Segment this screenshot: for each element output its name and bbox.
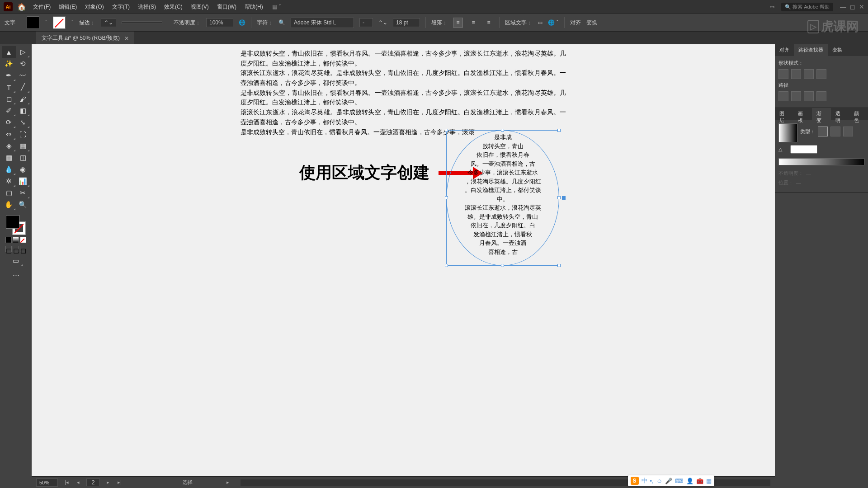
scale-tool[interactable]: ⤡ xyxy=(16,117,30,128)
first-artboard-icon[interactable]: |◂ xyxy=(63,479,70,485)
tab-close-icon[interactable]: ✕ xyxy=(124,35,129,42)
panel-tab-transparency[interactable]: 透明 xyxy=(831,108,849,120)
align-right-icon[interactable]: ≡ xyxy=(484,18,494,28)
body-text-frame[interactable]: 是非成败转头空，青山依旧在，惯看秋月春风。一壶浊酒喜相逢，古今多少事，滚滚长江东… xyxy=(241,49,566,137)
free-transform-tool[interactable]: ⛶ xyxy=(16,128,30,140)
ime-keyboard-icon[interactable]: ⌨ xyxy=(675,478,684,484)
canvas[interactable]: 是非成败转头空，青山依旧在，惯看秋月春风。一壶浊酒喜相逢，古今多少事，滚滚长江东… xyxy=(32,44,775,476)
curvature-tool[interactable]: 〰 xyxy=(16,70,30,81)
pf-crop-icon[interactable] xyxy=(816,91,826,101)
pf-divide-icon[interactable] xyxy=(778,91,788,101)
make-envelope-icon[interactable]: 🌐 ˅ xyxy=(548,19,559,26)
direct-selection-tool[interactable]: ▷ xyxy=(16,46,30,58)
menu-type[interactable]: 文字(T) xyxy=(112,3,130,11)
panel-tab-align[interactable]: 对齐 xyxy=(775,44,794,56)
hand-tool[interactable]: ✋ xyxy=(2,199,16,211)
align-left-icon[interactable]: ≡ xyxy=(453,18,463,28)
close-icon[interactable]: ✕ xyxy=(859,3,864,10)
screen-mode-btn[interactable]: ▭ xyxy=(9,255,23,267)
zoom-tool[interactable]: 🔍 xyxy=(16,199,30,211)
ime-mic-icon[interactable]: 🎤 xyxy=(665,478,672,484)
column-graph-tool[interactable]: 📊 xyxy=(16,175,30,187)
fill-color-box[interactable] xyxy=(6,215,19,229)
symbol-sprayer-tool[interactable]: ✲ xyxy=(2,175,16,187)
document-tab[interactable]: 文字工具.ai* @ 50% (RGB/预览) ✕ xyxy=(36,32,134,44)
eyedropper-tool[interactable]: 💧 xyxy=(2,164,16,175)
blend-tool[interactable]: ◉ xyxy=(16,164,30,175)
maximize-icon[interactable]: ◻ xyxy=(850,3,855,10)
rectangle-tool[interactable]: ◻ xyxy=(2,93,16,105)
linear-gradient-icon[interactable] xyxy=(818,127,828,136)
gradient-mode-btn[interactable] xyxy=(13,237,19,243)
panel-tab-pathfinder[interactable]: 路径查找器 xyxy=(794,44,828,56)
fill-stroke-control[interactable] xyxy=(6,215,26,235)
minimize-icon[interactable]: — xyxy=(840,3,846,10)
recolor-icon[interactable]: 🌐 xyxy=(239,19,245,26)
gradient-preview[interactable] xyxy=(778,123,797,142)
width-tool[interactable]: ⇔ xyxy=(2,128,16,140)
panel-tab-layers[interactable]: 图层 xyxy=(775,108,793,120)
mesh-tool[interactable]: ▦ xyxy=(2,152,16,164)
selection-handle[interactable] xyxy=(501,264,504,267)
magic-wand-tool[interactable]: ✨ xyxy=(2,58,16,70)
font-search-icon[interactable]: 🔍 xyxy=(278,19,285,26)
draw-behind-btn[interactable]: ◻ xyxy=(13,246,19,252)
color-mode-btn[interactable] xyxy=(5,237,12,243)
freeform-gradient-icon[interactable] xyxy=(843,127,853,136)
align-center-icon[interactable]: ≡ xyxy=(468,18,478,28)
ime-toolbar[interactable]: S 中 •, ☺ 🎤 ⌨ 👤 🧰 ▦ xyxy=(628,475,714,486)
areatype-options-icon[interactable]: ▭ xyxy=(538,19,542,26)
prev-artboard-icon[interactable]: ◂ xyxy=(75,479,81,485)
font-style-dropdown[interactable]: - xyxy=(359,18,373,27)
shapemode-minusfront-icon[interactable] xyxy=(791,69,801,79)
menu-edit[interactable]: 编辑(E) xyxy=(59,3,77,11)
home-icon[interactable]: 🏠 xyxy=(17,3,26,11)
arrange-documents-icon[interactable]: ▭ xyxy=(769,4,774,10)
font-size-dropdown[interactable]: 18 pt xyxy=(393,18,420,27)
workspace-switcher-icon[interactable]: ▦ ˅ xyxy=(272,4,281,10)
ime-emoji-icon[interactable]: ☺ xyxy=(656,478,662,484)
selection-handle[interactable] xyxy=(557,196,561,199)
ime-lang-btn[interactable]: 中 xyxy=(642,477,647,485)
radial-gradient-icon[interactable] xyxy=(830,127,840,136)
menu-file[interactable]: 文件(F) xyxy=(33,3,51,11)
type-tool[interactable]: T xyxy=(2,81,16,93)
stroke-swatch[interactable] xyxy=(53,16,66,29)
text-out-port[interactable] xyxy=(562,196,566,200)
shape-builder-tool[interactable]: ◈ xyxy=(2,140,16,152)
help-search[interactable]: 🔍 搜索 Adobe 帮助 xyxy=(781,3,833,11)
last-artboard-icon[interactable]: ▸| xyxy=(116,479,123,485)
paintbrush-tool[interactable]: 🖌 xyxy=(16,93,30,105)
area-type-object[interactable]: 是非成败转头空，青山依旧在，惯看秋月春风。一壶浊酒喜相逢，古今多少事，滚滚长江东… xyxy=(446,130,559,266)
shapemode-intersect-icon[interactable] xyxy=(804,69,814,79)
rotate-tool[interactable]: ⟳ xyxy=(2,117,16,128)
line-tool[interactable]: ╱ xyxy=(16,81,30,93)
selection-handle[interactable] xyxy=(557,264,561,267)
transform-link[interactable]: 变换 xyxy=(586,19,597,27)
fill-swatch[interactable] xyxy=(27,16,39,29)
stroke-profile-dropdown[interactable] xyxy=(122,21,162,24)
panel-tab-gradient[interactable]: 渐变 xyxy=(812,108,830,120)
status-play-icon[interactable]: ▸ xyxy=(225,479,231,485)
ime-toolbox-icon[interactable]: 🧰 xyxy=(696,478,703,484)
shaper-tool[interactable]: ✐ xyxy=(2,105,16,117)
selection-tool[interactable]: ▲ xyxy=(2,46,16,58)
shapemode-unite-icon[interactable] xyxy=(778,69,788,79)
slice-tool[interactable]: ✂ xyxy=(16,187,30,199)
pen-tool[interactable]: ✒ xyxy=(2,70,16,81)
zoom-dropdown[interactable]: 50% xyxy=(36,479,58,487)
none-mode-btn[interactable] xyxy=(20,237,26,243)
draw-normal-btn[interactable]: ◻ xyxy=(5,246,12,252)
ime-user-icon[interactable]: 👤 xyxy=(686,478,693,484)
panel-tab-color[interactable]: 颜色 xyxy=(849,108,868,120)
panel-tab-artboards[interactable]: 画板 xyxy=(793,108,812,120)
menu-window[interactable]: 窗口(W) xyxy=(217,3,236,11)
pf-merge-icon[interactable] xyxy=(804,91,814,101)
menu-help[interactable]: 帮助(H) xyxy=(245,3,263,11)
artboard-number-field[interactable] xyxy=(86,479,100,486)
ime-punct-btn[interactable]: •, xyxy=(650,478,654,484)
font-family-dropdown[interactable]: Adobe 宋体 Std L xyxy=(291,18,354,28)
selection-handle[interactable] xyxy=(445,196,448,199)
lasso-tool[interactable]: ⟲ xyxy=(16,58,30,70)
menu-effect[interactable]: 效果(C) xyxy=(164,3,183,11)
